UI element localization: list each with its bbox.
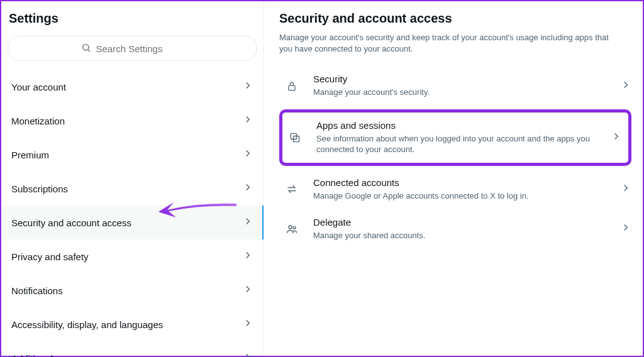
svg-rect-2 bbox=[289, 85, 295, 91]
option-texts: Security Manage your account's security. bbox=[313, 74, 606, 98]
content-panel: Security and account access Manage your … bbox=[264, 1, 643, 356]
sidebar-item-resources[interactable]: Additional resources bbox=[1, 341, 264, 357]
option-title: Delegate bbox=[313, 217, 606, 228]
option-security[interactable]: Security Manage your account's security. bbox=[279, 66, 639, 106]
option-texts: Connected accounts Manage Google or Appl… bbox=[313, 177, 606, 202]
option-connected-accounts[interactable]: Connected accounts Manage Google or Appl… bbox=[279, 170, 639, 209]
sidebar-item-label: Notifications bbox=[11, 285, 63, 296]
sidebar-nav: Your account Monetization Premium Subscr… bbox=[1, 70, 264, 357]
page-title: Security and account access bbox=[279, 9, 639, 32]
sidebar-item-label: Subscriptions bbox=[11, 184, 68, 194]
sidebar-item-privacy[interactable]: Privacy and safety bbox=[1, 239, 264, 273]
sidebar-item-label: Additional resources bbox=[11, 353, 97, 358]
search-input[interactable] bbox=[96, 43, 184, 54]
chevron-right-icon bbox=[620, 182, 631, 196]
sidebar-item-label: Monetization bbox=[11, 116, 65, 126]
chevron-right-icon bbox=[242, 317, 253, 331]
sidebar-item-label: Accessibility, display, and languages bbox=[11, 319, 163, 330]
page-description: Manage your account's security and keep … bbox=[279, 32, 639, 55]
chevron-right-icon bbox=[620, 222, 631, 236]
sidebar-item-label: Security and account access bbox=[11, 217, 131, 228]
option-desc: See information about when you logged in… bbox=[316, 133, 597, 155]
sidebar-item-your-account[interactable]: Your account bbox=[1, 70, 264, 104]
settings-sidebar: Settings Your account Monetization Premi… bbox=[1, 1, 264, 356]
search-icon bbox=[81, 43, 91, 55]
sidebar-title: Settings bbox=[1, 1, 264, 32]
sidebar-item-label: Premium bbox=[11, 150, 49, 160]
chevron-right-icon bbox=[242, 114, 253, 128]
svg-line-1 bbox=[88, 50, 90, 52]
chevron-right-icon bbox=[242, 283, 253, 297]
option-title: Apps and sessions bbox=[316, 120, 597, 131]
chevron-right-icon bbox=[242, 80, 253, 94]
apps-icon bbox=[287, 131, 303, 144]
option-desc: Manage your account's security. bbox=[313, 87, 606, 98]
option-apps-sessions[interactable]: Apps and sessions See information about … bbox=[285, 116, 627, 159]
option-texts: Delegate Manage your shared accounts. bbox=[313, 217, 606, 241]
chevron-right-icon bbox=[242, 182, 253, 195]
chevron-right-icon bbox=[242, 250, 253, 263]
annotation-highlight: Apps and sessions See information about … bbox=[279, 109, 631, 166]
search-input-wrapper[interactable] bbox=[8, 36, 257, 61]
people-icon bbox=[284, 222, 299, 235]
sidebar-item-accessibility[interactable]: Accessibility, display, and languages bbox=[1, 307, 264, 341]
lock-icon bbox=[284, 80, 299, 92]
sidebar-item-label: Privacy and safety bbox=[11, 251, 89, 262]
sidebar-item-monetization[interactable]: Monetization bbox=[1, 104, 264, 138]
chevron-right-icon bbox=[242, 148, 253, 162]
option-desc: Manage your shared accounts. bbox=[313, 230, 606, 241]
svg-point-6 bbox=[293, 226, 296, 229]
option-texts: Apps and sessions See information about … bbox=[316, 120, 597, 155]
settings-window: Settings Your account Monetization Premi… bbox=[0, 0, 644, 357]
option-desc: Manage Google or Apple accounts connecte… bbox=[313, 190, 606, 202]
chevron-right-icon bbox=[620, 79, 631, 93]
svg-point-5 bbox=[289, 226, 292, 229]
sidebar-item-security[interactable]: Security and account access bbox=[1, 206, 264, 239]
option-title: Connected accounts bbox=[313, 177, 606, 188]
option-title: Security bbox=[313, 74, 606, 84]
sidebar-item-premium[interactable]: Premium bbox=[1, 138, 264, 172]
option-delegate[interactable]: Delegate Manage your shared accounts. bbox=[279, 209, 639, 249]
swap-icon bbox=[284, 183, 299, 195]
sidebar-item-label: Your account bbox=[11, 82, 66, 92]
chevron-right-icon bbox=[611, 131, 622, 145]
chevron-right-icon bbox=[242, 216, 253, 229]
chevron-right-icon bbox=[242, 351, 253, 357]
sidebar-item-subscriptions[interactable]: Subscriptions bbox=[1, 172, 264, 206]
svg-point-0 bbox=[82, 44, 88, 50]
sidebar-item-notifications[interactable]: Notifications bbox=[1, 273, 264, 307]
search-container bbox=[1, 32, 264, 70]
